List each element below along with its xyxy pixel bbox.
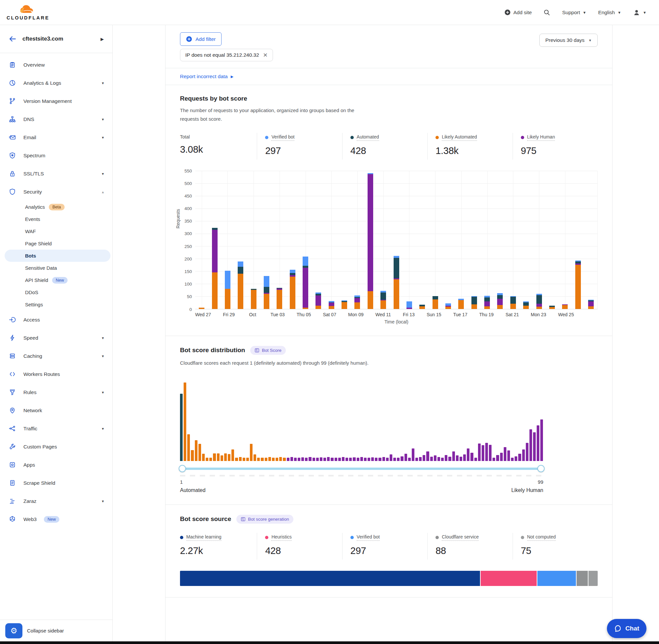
sidebar-item-security-page-shield[interactable]: Page Shield [0, 237, 112, 250]
sidebar-item-security-api-shield[interactable]: API Shield New [0, 274, 112, 286]
language-menu[interactable]: English▼ [598, 9, 621, 16]
bar-segment [588, 306, 594, 309]
bot-score-distribution-section: Bot score distribution Bot Score Cloudfl… [165, 336, 612, 505]
chevron-down-icon: ▾ [102, 81, 104, 86]
sidebar-item-security-sensitive-data[interactable]: Sensitive Data [0, 262, 112, 274]
remove-filter-icon[interactable]: ✕ [263, 52, 268, 58]
sidebar-item-caching[interactable]: Caching ▾ [0, 347, 112, 365]
sidebar-item-security-events[interactable]: Events [0, 213, 112, 225]
sidebar-item-analytics-logs[interactable]: Analytics & Logs ▾ [0, 74, 112, 92]
bar-segment [303, 266, 308, 268]
hist-bar [526, 443, 528, 461]
x-tick-label [494, 312, 505, 317]
collapse-sidebar[interactable]: ⚙ Collapse sidebar [0, 620, 112, 641]
x-tick-label: Tue 03 [270, 312, 285, 317]
sidebar-item-email[interactable]: Email ▾ [0, 128, 112, 146]
x-axis: Wed 27Fri 29OctTue 03Thu 05Sat 07Mon 09W… [195, 312, 598, 317]
sidebar-item-access[interactable]: Access [0, 310, 112, 329]
sidebar-item-security[interactable]: Security ▴ [0, 183, 112, 201]
support-menu[interactable]: Support▼ [562, 9, 586, 16]
sidebar-item-ssl-tls[interactable]: SSL/TLS ▾ [0, 164, 112, 183]
hist-bar [184, 383, 186, 461]
sidebar-item-custom-pages[interactable]: Custom Pages [0, 438, 112, 456]
chevron-up-icon: ▴ [102, 190, 104, 194]
hist-bar [298, 458, 300, 461]
sidebar-item-traffic[interactable]: Traffic ▾ [0, 419, 112, 438]
date-range-dropdown[interactable]: Previous 30 days ▼ [539, 33, 598, 47]
hist-bar [217, 454, 219, 461]
sidebar-item-dns[interactable]: DNS ▾ [0, 110, 112, 128]
bar-segment [354, 302, 360, 309]
chart-column [312, 171, 325, 309]
bar-segment [497, 299, 503, 305]
y-tick-label: 50 [187, 294, 192, 299]
sidebar-item-apps[interactable]: Apps [0, 456, 112, 474]
chevron-down-icon: ▼ [588, 39, 592, 42]
sidebar-item-security-ddos[interactable]: DDoS [0, 286, 112, 298]
sidebar-item-zaraz[interactable]: Zaraz ▾ [0, 492, 112, 510]
bar-segment [406, 301, 412, 308]
chart-column [299, 171, 312, 309]
y-tick-label: 200 [184, 256, 192, 261]
bot-score-pill[interactable]: Bot Score [250, 346, 285, 355]
preferences-button[interactable]: ⚙ [5, 623, 22, 638]
sidebar-item-scrape-shield[interactable]: Scrape Shield [0, 474, 112, 492]
hist-bar [235, 458, 238, 461]
stat-cloudflare-service: Cloudflare service 88 [427, 533, 512, 559]
site-switcher-icon[interactable]: ▶ [100, 37, 104, 42]
chart-column [559, 171, 571, 309]
slider-handle-max[interactable] [537, 465, 545, 472]
sidebar-item-speed[interactable]: Speed ▾ [0, 329, 112, 347]
hist-bar [496, 455, 499, 461]
hist-bar [364, 458, 367, 461]
bar-segment [290, 270, 296, 273]
hist-bar [246, 458, 249, 461]
slider-max-labels: 99 Likely Human [511, 479, 543, 493]
slider-handle-min[interactable] [179, 465, 186, 472]
chart-column [286, 171, 299, 309]
bar-segment [510, 304, 516, 309]
bar-segment [354, 298, 360, 302]
hist-bar [434, 455, 437, 461]
chevron-down-icon: ▼ [583, 10, 586, 15]
bar-segment [588, 301, 594, 306]
bar-segment [225, 271, 231, 289]
chart-column [428, 171, 442, 309]
sidebar-item-workers-routes[interactable]: Workers Routes [0, 365, 112, 383]
login-icon [8, 316, 16, 323]
x-tick-label: Wed 11 [376, 312, 391, 317]
slider-track[interactable] [180, 467, 543, 470]
hist-bar [426, 452, 429, 461]
bar-segment [471, 297, 477, 304]
bar-segment [212, 272, 217, 309]
sidebar-item-spectrum[interactable]: Spectrum [0, 146, 112, 164]
sidebar-item-version-management[interactable]: Version Management [0, 92, 112, 110]
sidebar-item-security-bots[interactable]: Bots [5, 250, 111, 262]
bot-score-generation-pill[interactable]: Bot score generation [236, 515, 293, 524]
sidebar-item-web3[interactable]: Web3 New [0, 510, 112, 528]
account-menu[interactable]: ▼ [633, 9, 646, 16]
section-title: Requests by bot score [180, 95, 247, 102]
sidebar-item-security-analytics[interactable]: Analytics Beta [0, 201, 112, 213]
search-icon[interactable] [544, 9, 550, 16]
legend-dot [350, 136, 354, 139]
legend-dot [180, 536, 183, 539]
hist-bar [250, 444, 253, 461]
add-filter-button[interactable]: Add filter [180, 32, 221, 46]
sidebar-item-network[interactable]: Network [0, 401, 112, 419]
sidebar-item-rules[interactable]: Rules ▾ [0, 383, 112, 401]
back-icon[interactable] [8, 35, 17, 43]
sidebar-item-overview[interactable]: Overview [0, 56, 112, 74]
bar-segment [199, 308, 204, 309]
report-incorrect-data-link[interactable]: Report incorrect data ▶ [180, 73, 233, 79]
filter-chip-label: IP does not equal 35.212.240.32 [185, 52, 259, 58]
add-site-button[interactable]: Add site [504, 9, 532, 16]
x-tick-label [336, 312, 348, 317]
chat-button[interactable]: Chat [607, 619, 646, 638]
hist-bar [301, 457, 304, 461]
cloudflare-logo[interactable]: CLOUDFLARE [6, 4, 49, 20]
sidebar-item-security-settings[interactable]: Settings [0, 298, 112, 310]
hist-bar [448, 457, 451, 461]
sidebar-item-security-waf[interactable]: WAF [0, 225, 112, 237]
hist-bar [474, 458, 477, 461]
